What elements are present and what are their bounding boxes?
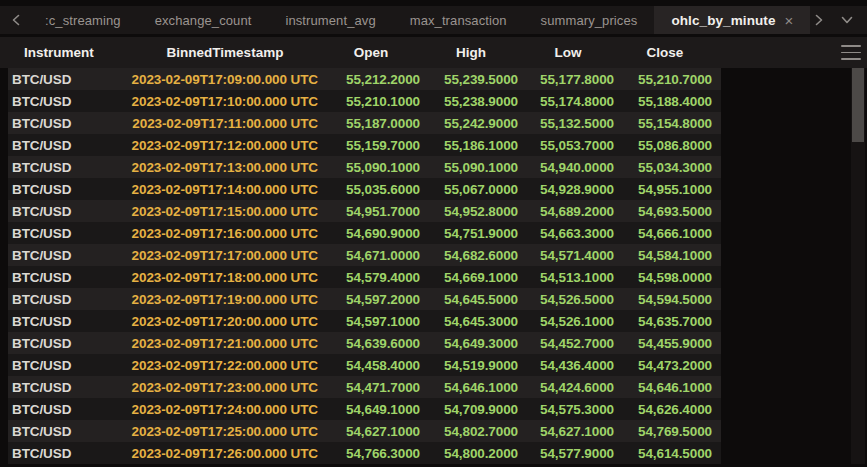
cell-binned-timestamp: 2023-02-09T17:16:00.000 UTC: [130, 226, 320, 241]
table-row[interactable]: BTC/USD 2023-02-09T17:23:00.000 UTC 54,4…: [8, 376, 721, 398]
cell-low: 54,575.3000: [520, 402, 616, 417]
cell-close: 54,598.0000: [616, 270, 714, 285]
cell-binned-timestamp: 2023-02-09T17:20:00.000 UTC: [130, 314, 320, 329]
cell-close: 54,584.1000: [616, 248, 714, 263]
tab-instrument-avg[interactable]: instrument_avg: [268, 6, 392, 34]
cell-instrument: BTC/USD: [8, 226, 130, 241]
scroll-tabs-left-button[interactable]: [0, 6, 28, 34]
table-row[interactable]: BTC/USD 2023-02-09T17:17:00.000 UTC 54,6…: [8, 244, 721, 266]
table-row[interactable]: BTC/USD 2023-02-09T17:13:00.000 UTC 55,0…: [8, 156, 721, 178]
column-header-close[interactable]: Close: [616, 45, 714, 60]
tab-summary-prices[interactable]: summary_prices: [524, 6, 655, 34]
tab-exchange-count[interactable]: exchange_count: [138, 6, 269, 34]
cell-open: 54,579.4000: [320, 270, 422, 285]
cell-binned-timestamp: 2023-02-09T17:26:00.000 UTC: [130, 446, 320, 461]
cell-close: 54,693.5000: [616, 204, 714, 219]
tabs-container: :c_streaming exchange_count instrument_a…: [28, 6, 810, 34]
cell-binned-timestamp: 2023-02-09T17:15:00.000 UTC: [130, 204, 320, 219]
cell-open: 54,671.0000: [320, 248, 422, 263]
table-row[interactable]: BTC/USD 2023-02-09T17:19:00.000 UTC 54,5…: [8, 288, 721, 310]
tabs-dropdown-button[interactable]: [838, 11, 856, 29]
cell-open: 54,458.4000: [320, 358, 422, 373]
cell-high: 55,239.5000: [422, 72, 520, 87]
cell-open: 55,187.0000: [320, 116, 422, 131]
cell-low: 55,053.7000: [520, 138, 616, 153]
tab-max-transaction[interactable]: max_transaction: [393, 6, 524, 34]
cell-open: 54,766.3000: [320, 446, 422, 461]
cell-instrument: BTC/USD: [8, 182, 130, 197]
cell-close: 54,646.1000: [616, 380, 714, 395]
chevron-right-icon: [815, 14, 823, 26]
column-header-open[interactable]: Open: [320, 45, 422, 60]
column-header-high[interactable]: High: [422, 45, 520, 60]
cell-close: 54,626.4000: [616, 402, 714, 417]
cell-close: 54,769.5000: [616, 424, 714, 439]
table-row[interactable]: BTC/USD 2023-02-09T17:12:00.000 UTC 55,1…: [8, 134, 721, 156]
table-header-grid: Instrument BinnedTimestamp Open High Low…: [8, 37, 721, 68]
cell-low: 54,452.7000: [520, 336, 616, 351]
cell-high: 55,238.9000: [422, 94, 520, 109]
cell-instrument: BTC/USD: [8, 292, 130, 307]
cell-instrument: BTC/USD: [8, 336, 130, 351]
table-header: Instrument BinnedTimestamp Open High Low…: [0, 37, 867, 68]
cell-close: 55,188.4000: [616, 94, 714, 109]
cell-instrument: BTC/USD: [8, 248, 130, 263]
cell-instrument: BTC/USD: [8, 72, 130, 87]
cell-high: 55,242.9000: [422, 116, 520, 131]
cell-binned-timestamp: 2023-02-09T17:22:00.000 UTC: [130, 358, 320, 373]
table-row[interactable]: BTC/USD 2023-02-09T17:15:00.000 UTC 54,9…: [8, 200, 721, 222]
table-row[interactable]: BTC/USD 2023-02-09T17:16:00.000 UTC 54,6…: [8, 222, 721, 244]
table-row[interactable]: BTC/USD 2023-02-09T17:10:00.000 UTC 55,2…: [8, 90, 721, 112]
close-tab-icon[interactable]: ×: [785, 13, 794, 28]
cell-open: 54,471.7000: [320, 380, 422, 395]
table-body: BTC/USD 2023-02-09T17:09:00.000 UTC 55,2…: [8, 68, 721, 464]
table-row[interactable]: BTC/USD 2023-02-09T17:20:00.000 UTC 54,5…: [8, 310, 721, 332]
tab-label: instrument_avg: [285, 13, 375, 28]
cell-instrument: BTC/USD: [8, 94, 130, 109]
cell-binned-timestamp: 2023-02-09T17:18:00.000 UTC: [130, 270, 320, 285]
table-row[interactable]: BTC/USD 2023-02-09T17:18:00.000 UTC 54,5…: [8, 266, 721, 288]
cell-instrument: BTC/USD: [8, 116, 130, 131]
cell-low: 54,577.9000: [520, 446, 616, 461]
table-menu-button[interactable]: [841, 45, 861, 60]
table-row[interactable]: BTC/USD 2023-02-09T17:21:00.000 UTC 54,6…: [8, 332, 721, 354]
chevron-down-icon: [841, 16, 853, 24]
cell-open: 54,951.7000: [320, 204, 422, 219]
column-header-instrument[interactable]: Instrument: [8, 45, 130, 60]
tab-bar-controls: [810, 6, 867, 34]
cell-high: 54,649.3000: [422, 336, 520, 351]
table-row[interactable]: BTC/USD 2023-02-09T17:22:00.000 UTC 54,4…: [8, 354, 721, 376]
cell-high: 54,800.2000: [422, 446, 520, 461]
column-header-binnedtimestamp[interactable]: BinnedTimestamp: [130, 45, 320, 60]
column-header-low[interactable]: Low: [520, 45, 616, 60]
table-row[interactable]: BTC/USD 2023-02-09T17:14:00.000 UTC 55,0…: [8, 178, 721, 200]
cell-open: 54,649.1000: [320, 402, 422, 417]
cell-binned-timestamp: 2023-02-09T17:13:00.000 UTC: [130, 160, 320, 175]
table-row[interactable]: BTC/USD 2023-02-09T17:09:00.000 UTC 55,2…: [8, 68, 721, 90]
cell-high: 54,751.9000: [422, 226, 520, 241]
cell-binned-timestamp: 2023-02-09T17:19:00.000 UTC: [130, 292, 320, 307]
table-row[interactable]: BTC/USD 2023-02-09T17:24:00.000 UTC 54,6…: [8, 398, 721, 420]
cell-high: 54,669.1000: [422, 270, 520, 285]
cell-binned-timestamp: 2023-02-09T17:12:00.000 UTC: [130, 138, 320, 153]
vertical-scrollbar[interactable]: [851, 68, 865, 464]
table-row[interactable]: BTC/USD 2023-02-09T17:26:00.000 UTC 54,7…: [8, 442, 721, 464]
cell-instrument: BTC/USD: [8, 138, 130, 153]
chevron-left-icon: [12, 14, 20, 26]
cell-binned-timestamp: 2023-02-09T17:25:00.000 UTC: [130, 424, 320, 439]
tab-c-streaming[interactable]: :c_streaming: [28, 6, 138, 34]
hamburger-icon: [841, 45, 861, 47]
tab-ohlc-by-minute[interactable]: ohlc_by_minute ×: [654, 6, 810, 34]
cell-close: 55,210.7000: [616, 72, 714, 87]
scrollbar-thumb[interactable]: [852, 68, 864, 142]
tab-bar: :c_streaming exchange_count instrument_a…: [0, 6, 867, 34]
table-row[interactable]: BTC/USD 2023-02-09T17:25:00.000 UTC 54,6…: [8, 420, 721, 442]
cell-low: 54,436.4000: [520, 358, 616, 373]
cell-high: 55,186.1000: [422, 138, 520, 153]
scroll-tabs-right-button[interactable]: [810, 11, 828, 29]
cell-open: 55,212.2000: [320, 72, 422, 87]
cell-instrument: BTC/USD: [8, 314, 130, 329]
table-row[interactable]: BTC/USD 2023-02-09T17:11:00.000 UTC 55,1…: [8, 112, 721, 134]
cell-binned-timestamp: 2023-02-09T17:17:00.000 UTC: [130, 248, 320, 263]
cell-high: 54,709.9000: [422, 402, 520, 417]
